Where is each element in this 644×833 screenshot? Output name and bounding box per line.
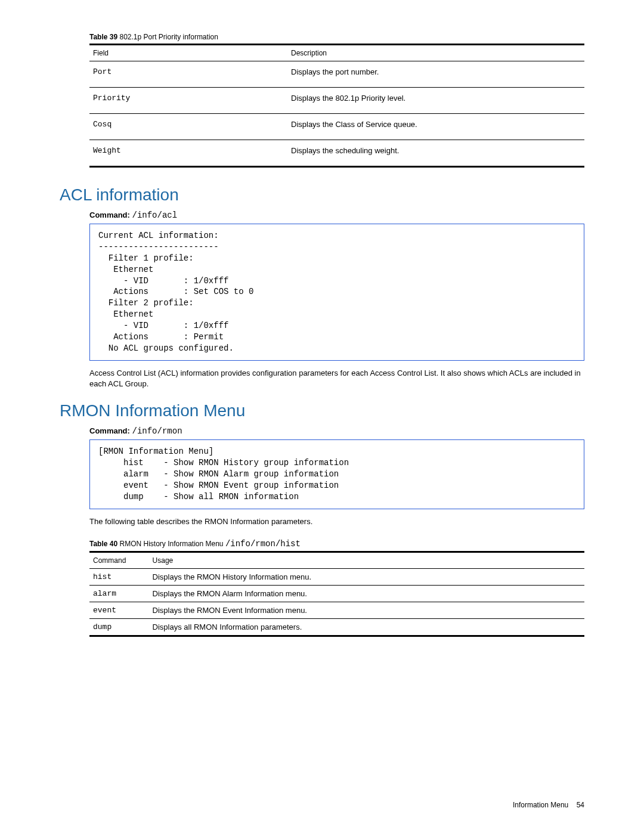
cmd-cell: dump bbox=[89, 618, 149, 636]
table40-head-cmd: Command bbox=[89, 552, 149, 568]
command-label: Command: bbox=[89, 210, 130, 219]
table39-head-field: Field bbox=[89, 45, 287, 61]
usage-cell: Displays all RMON Information parameters… bbox=[149, 618, 584, 636]
field-cell: Weight bbox=[89, 140, 287, 167]
table-row: Port Displays the port number. bbox=[89, 61, 584, 88]
desc-cell: Displays the scheduling weight. bbox=[287, 140, 584, 167]
table39-label: Table 39 bbox=[89, 33, 117, 41]
table-row: hist Displays the RMON History Informati… bbox=[89, 568, 584, 585]
table40: Command Usage hist Displays the RMON His… bbox=[89, 551, 584, 637]
usage-cell: Displays the RMON Event Information menu… bbox=[149, 602, 584, 618]
field-cell: Cosq bbox=[89, 114, 287, 140]
rmon-command-line: Command: /info/rmon bbox=[89, 426, 584, 436]
command-value: /info/acl bbox=[132, 210, 178, 220]
rmon-code-box: [RMON Information Menu] hist - Show RMON… bbox=[89, 439, 584, 509]
cmd-cell: hist bbox=[89, 568, 149, 585]
table39-head-desc: Description bbox=[287, 45, 584, 61]
footer-text: Information Menu bbox=[513, 801, 568, 809]
table-row: alarm Displays the RMON Alarm Informatio… bbox=[89, 585, 584, 602]
field-cell: Port bbox=[89, 61, 287, 88]
table40-caption-text: RMON History Information Menu bbox=[119, 540, 223, 548]
page-footer: Information Menu 54 bbox=[513, 801, 584, 809]
desc-cell: Displays the Class of Service queue. bbox=[287, 114, 584, 140]
acl-command-line: Command: /info/acl bbox=[89, 210, 584, 220]
table-row: dump Displays all RMON Information param… bbox=[89, 618, 584, 636]
table39-caption: Table 39 802.1p Port Priority informatio… bbox=[89, 33, 584, 41]
table39: Field Description Port Displays the port… bbox=[89, 44, 584, 168]
table39-caption-text: 802.1p Port Priority information bbox=[119, 33, 218, 41]
table40-caption-cmd: /info/rmon/hist bbox=[225, 539, 301, 549]
table40-caption: Table 40 RMON History Information Menu /… bbox=[89, 539, 584, 549]
command-label: Command: bbox=[89, 426, 130, 435]
cmd-cell: event bbox=[89, 602, 149, 618]
table40-head-usage: Usage bbox=[149, 552, 584, 568]
usage-cell: Displays the RMON Alarm Information menu… bbox=[149, 585, 584, 602]
footer-page: 54 bbox=[577, 801, 584, 809]
table-row: Cosq Displays the Class of Service queue… bbox=[89, 114, 584, 140]
content-column: Table 39 802.1p Port Priority informatio… bbox=[89, 33, 584, 637]
table-row: Weight Displays the scheduling weight. bbox=[89, 140, 584, 167]
usage-cell: Displays the RMON History Information me… bbox=[149, 568, 584, 585]
page: Table 39 802.1p Port Priority informatio… bbox=[0, 0, 644, 833]
desc-cell: Displays the port number. bbox=[287, 61, 584, 88]
heading-acl: ACL information bbox=[60, 185, 584, 205]
cmd-cell: alarm bbox=[89, 585, 149, 602]
heading-rmon: RMON Information Menu bbox=[60, 401, 584, 420]
command-value: /info/rmon bbox=[132, 426, 182, 436]
acl-paragraph: Access Control List (ACL) information pr… bbox=[89, 368, 584, 389]
table-row: event Displays the RMON Event Informatio… bbox=[89, 602, 584, 618]
desc-cell: Displays the 802.1p Priority level. bbox=[287, 88, 584, 114]
rmon-paragraph: The following table describes the RMON I… bbox=[89, 516, 584, 527]
field-cell: Priority bbox=[89, 88, 287, 114]
acl-code-box: Current ACL information: ---------------… bbox=[89, 224, 584, 361]
table-row: Priority Displays the 802.1p Priority le… bbox=[89, 88, 584, 114]
table40-label: Table 40 bbox=[89, 540, 117, 548]
